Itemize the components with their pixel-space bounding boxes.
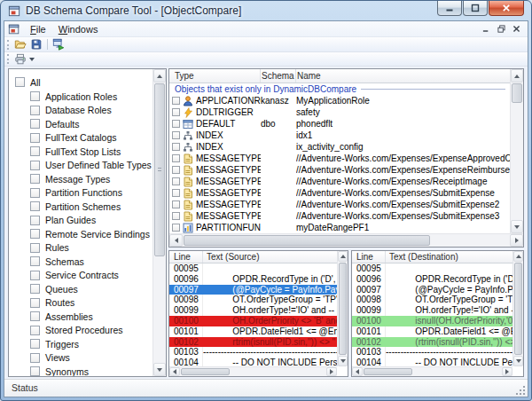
checkbox[interactable] [30, 339, 40, 349]
checkbox[interactable] [172, 120, 180, 128]
sidebar-item-routes[interactable]: Routes [9, 296, 153, 311]
sidebar-item-queues[interactable]: Queues [9, 282, 153, 296]
checkbox[interactable] [30, 133, 40, 143]
scroll-up-button[interactable] [338, 251, 348, 262]
checkbox[interactable] [172, 200, 180, 208]
object-list-hscrollbar[interactable] [169, 233, 523, 247]
scroll-thumb[interactable] [154, 83, 165, 256]
column-header-name[interactable]: Name [296, 69, 510, 83]
code-row[interactable]: 00104 -- DO NOT INCLUDE PersonSum [169, 358, 337, 366]
checkbox[interactable] [172, 177, 180, 185]
checkbox[interactable] [30, 353, 40, 363]
sidebar-item-defaults[interactable]: Defaults [9, 117, 153, 131]
code-row[interactable]: 00097 (@PayCycle = PayInfo.PayCycle an [169, 285, 337, 295]
sidebar-item-stored-procedures[interactable]: Stored Procedures [9, 324, 153, 338]
checkbox[interactable] [30, 366, 40, 376]
checkbox[interactable] [30, 298, 40, 308]
checkbox[interactable] [30, 243, 40, 253]
checkbox[interactable] [30, 201, 40, 211]
scroll-thumb[interactable] [181, 368, 230, 375]
checkbox[interactable] [30, 106, 40, 115]
checkbox[interactable] [30, 216, 40, 225]
object-row[interactable]: INDEXidx1 [169, 130, 510, 141]
minimize-button[interactable] [437, 1, 462, 16]
checkbox[interactable] [30, 326, 40, 335]
sidebar-item-application-roles[interactable]: Application Roles [9, 90, 153, 104]
code-row[interactable]: 00098 OT.OrderTypeGroup = 'TP' and -- [169, 295, 337, 305]
toolbar-grip[interactable] [7, 40, 10, 50]
scroll-right-button[interactable] [502, 367, 512, 376]
checkbox[interactable] [30, 311, 40, 321]
column-header-line[interactable]: Line [352, 251, 386, 263]
object-list-vscrollbar[interactable] [510, 69, 523, 233]
sidebar-item-remote-service-bindings[interactable]: Remote Service Bindings [9, 227, 153, 241]
checkbox[interactable] [30, 271, 40, 280]
sidebar-item-triggers[interactable]: Triggers [9, 337, 153, 351]
checkbox[interactable] [30, 161, 40, 170]
maximize-button[interactable] [463, 1, 488, 16]
object-row[interactable]: APPLICATIONROLEkanaszMyApplicationRole [169, 95, 510, 106]
open-button[interactable] [12, 37, 28, 51]
save-button[interactable] [28, 37, 44, 51]
close-button[interactable] [489, 1, 524, 16]
object-row[interactable]: INDEXix_activity_config [169, 141, 510, 153]
mdi-close-button[interactable] [509, 23, 524, 35]
checkbox[interactable] [172, 143, 180, 151]
sidebar-item-fulltext-stop-lists[interactable]: FullText Stop Lists [9, 145, 153, 159]
checkbox[interactable] [30, 91, 40, 101]
source-hscrollbar[interactable] [169, 366, 337, 376]
checkbox[interactable] [30, 146, 40, 156]
checkbox[interactable] [30, 256, 40, 266]
sidebar-item-assemblies[interactable]: Assemblies [9, 310, 153, 324]
column-header-schema[interactable]: Schema [261, 69, 296, 83]
object-row[interactable]: MESSAGETYPE//Adventure-Works.com/Expense… [169, 187, 510, 199]
code-row[interactable]: 00096 OPDR.RecordType in ('D', 'A') [169, 274, 337, 285]
column-header-text-destination[interactable]: Text (Destination) [386, 251, 512, 263]
checkbox[interactable] [172, 108, 180, 116]
checkbox[interactable] [172, 212, 180, 220]
scroll-thumb[interactable] [364, 368, 412, 375]
destination-vscrollbar[interactable] [512, 251, 523, 366]
checkbox[interactable] [172, 224, 180, 232]
sidebar-item-views[interactable]: Views [9, 351, 153, 366]
sidebar-item-all[interactable]: All [9, 75, 153, 90]
column-header-line[interactable]: Line [169, 251, 203, 263]
object-row[interactable]: MESSAGETYPE//Adventure-Works.com/Expense… [169, 153, 510, 164]
scroll-thumb[interactable] [339, 263, 347, 355]
scroll-left-button[interactable] [169, 234, 183, 247]
menu-windows[interactable]: Windows [52, 23, 105, 35]
object-row[interactable]: MESSAGETYPE//Adventure-Works.com/Expense… [169, 176, 510, 187]
sidebar-item-database-roles[interactable]: Database Roles [9, 104, 153, 118]
object-row[interactable]: MESSAGETYPE//Adventure-Works.com/Expense… [169, 210, 510, 222]
scroll-thumb[interactable] [184, 235, 430, 246]
scroll-right-button[interactable] [510, 234, 523, 247]
checkbox[interactable] [30, 188, 40, 198]
checkbox[interactable] [30, 284, 40, 294]
scroll-down-button[interactable] [513, 356, 523, 366]
code-row[interactable]: 00101 OPDR.DateField1 <= @EndDate an [352, 326, 512, 337]
scroll-up-button[interactable] [511, 69, 523, 83]
scroll-down-button[interactable] [153, 363, 166, 376]
sidebar-item-user-defined-table-types[interactable]: User Defined Table Types [9, 159, 153, 173]
checkbox[interactable] [172, 166, 180, 174]
toolbar-grip[interactable] [7, 54, 10, 64]
checkbox[interactable] [30, 119, 40, 129]
sidebar-item-rules[interactable]: Rules [9, 241, 153, 256]
connect-button[interactable] [51, 37, 66, 51]
checkbox[interactable] [172, 189, 180, 197]
sidebar-item-plan-guides[interactable]: Plan Guides [9, 214, 153, 228]
mdi-restore-button[interactable] [494, 23, 509, 35]
print-dropdown-button[interactable] [12, 52, 36, 67]
sidebar-item-synonyms[interactable]: Synonyms [9, 365, 153, 376]
code-row[interactable]: 00100 OH.OrderPriority <> 'B' and -- No [169, 316, 337, 326]
object-row[interactable]: MESSAGETYPE//Adventure-Works.com/Expense… [169, 164, 510, 176]
checkbox[interactable] [15, 77, 25, 87]
scroll-right-button[interactable] [326, 367, 337, 376]
checkbox[interactable] [172, 97, 180, 105]
scroll-up-button[interactable] [513, 251, 523, 262]
scroll-left-button[interactable] [169, 367, 180, 376]
checkbox[interactable] [172, 131, 180, 139]
scroll-down-button[interactable] [511, 220, 523, 233]
sidebar-item-schemas[interactable]: Schemas [9, 255, 153, 269]
code-row[interactable]: 00101 OPDR.DateField1 <= @EndDate an [169, 326, 337, 337]
